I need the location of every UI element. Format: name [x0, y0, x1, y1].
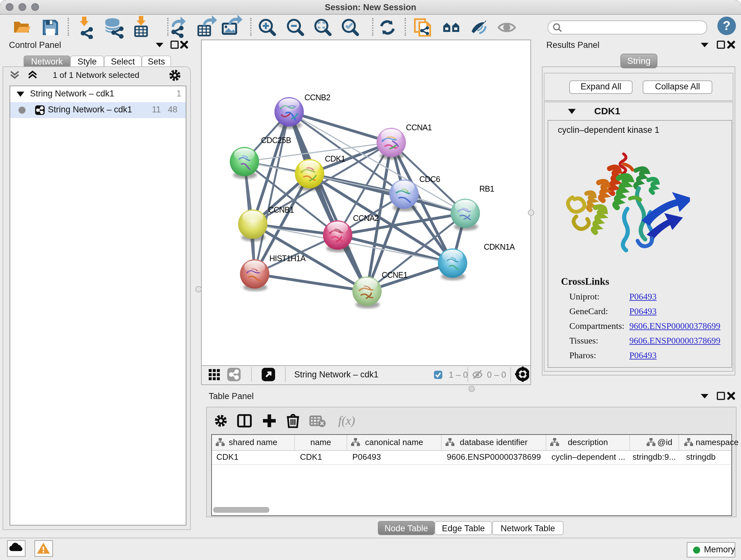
svg-text:CCNA1: CCNA1: [406, 123, 432, 132]
svg-text:CDC6: CDC6: [419, 175, 440, 184]
svg-text:String Network – cdk1: String Network – cdk1: [294, 370, 379, 379]
svg-text:CDKN1A: CDKN1A: [484, 242, 515, 251]
svg-text:CCNB1: CCNB1: [268, 205, 294, 214]
svg-text:CCNA2: CCNA2: [353, 213, 379, 223]
svg-text:f(x): f(x): [338, 414, 355, 428]
svg-text:CCNB2: CCNB2: [305, 93, 330, 102]
svg-text:HIST1H1A: HIST1H1A: [269, 254, 306, 263]
svg-text:CCNE1: CCNE1: [382, 270, 408, 279]
svg-text:0 – 0: 0 – 0: [487, 370, 506, 380]
svg-text:CDK1: CDK1: [325, 154, 345, 163]
svg-text:1 – 0: 1 – 0: [449, 370, 468, 380]
svg-text:CDC25B: CDC25B: [261, 136, 291, 145]
svg-text:RB1: RB1: [479, 184, 494, 193]
